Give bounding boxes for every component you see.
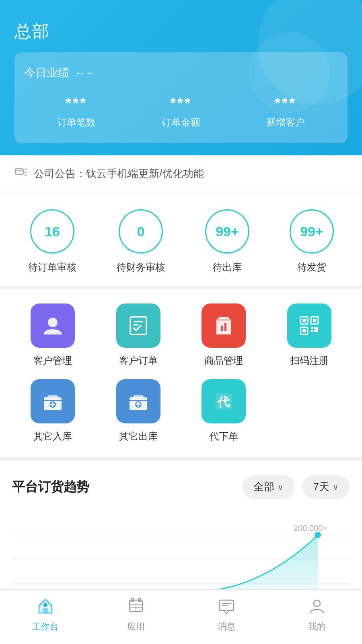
other-out-icon xyxy=(116,379,160,423)
svg-rect-38 xyxy=(43,608,48,613)
performance-label: 今日业绩 ～～ xyxy=(24,65,338,80)
filter-days-button[interactable]: 7天 ∨ xyxy=(302,475,350,499)
announcement-bar[interactable]: 公司公告：钛云手机端更新/优化功能 xyxy=(0,155,362,192)
eye-icon[interactable]: ～～ xyxy=(75,66,96,80)
menu-item-customer-mgmt[interactable]: 客户管理 xyxy=(12,303,94,367)
badge-count-pending-finance: 0 xyxy=(119,209,163,254)
svg-point-48 xyxy=(314,600,320,607)
other-in-icon xyxy=(31,379,75,423)
menu-item-proxy-order[interactable]: 代 代下单 xyxy=(183,379,265,443)
performance-stats: *** 订单笔数 *** 订单金额 *** 新增客户 xyxy=(24,95,338,129)
bottom-nav: 工作台 应用 消息 xyxy=(0,589,362,644)
apps-icon xyxy=(127,597,145,617)
trend-filters: 全部 ∨ 7天 ∨ xyxy=(242,475,350,499)
proxy-order-icon: 代 xyxy=(202,379,246,423)
badge-count-pending-outbound: 99+ xyxy=(205,209,249,254)
mine-icon xyxy=(308,597,326,617)
badge-pending-order[interactable]: 16 待订单审核 xyxy=(28,209,76,274)
stat-order-count: *** 订单笔数 xyxy=(57,95,96,129)
customer-order-icon xyxy=(116,303,160,348)
svg-point-35 xyxy=(315,532,321,538)
workbench-icon xyxy=(37,597,54,617)
stat-new-customer: *** 新增客户 xyxy=(266,95,305,129)
menu-item-product-mgmt[interactable]: 商品管理 xyxy=(183,303,265,367)
performance-card: 今日业绩 ～～ *** 订单笔数 *** 订单金额 *** 新增客户 xyxy=(14,52,348,143)
scan-register-icon xyxy=(287,303,331,348)
svg-rect-14 xyxy=(313,319,316,322)
svg-point-5 xyxy=(48,318,58,327)
badge-pending-finance[interactable]: 0 待财务审核 xyxy=(117,209,165,274)
nav-apps[interactable]: 应用 xyxy=(112,597,160,633)
svg-rect-9 xyxy=(221,326,223,331)
filter-all-button[interactable]: 全部 ∨ xyxy=(242,475,295,499)
badge-count-pending-ship: 99+ xyxy=(290,209,334,254)
svg-line-4 xyxy=(25,175,27,176)
svg-point-37 xyxy=(43,603,47,607)
svg-rect-10 xyxy=(224,323,226,331)
menu-item-other-out[interactable]: 其它出库 xyxy=(98,379,179,443)
header: 总部 今日业绩 ～～ *** 订单笔数 *** 订单金额 *** 新增客户 xyxy=(0,0,362,155)
svg-rect-19 xyxy=(311,330,313,332)
svg-rect-18 xyxy=(314,327,316,329)
nav-workbench[interactable]: 工作台 xyxy=(21,597,70,633)
menu-item-scan-register[interactable]: 扫码注册 xyxy=(269,303,350,367)
menu-item-customer-order[interactable]: 客户订单 xyxy=(98,303,179,367)
messages-icon xyxy=(218,597,235,617)
chevron-down-icon: ∨ xyxy=(278,482,284,492)
svg-text:代: 代 xyxy=(217,395,230,409)
menu-grid: 客户管理 客户订单 xyxy=(12,303,350,443)
stat-order-amount: *** 订单金额 xyxy=(162,95,200,129)
svg-rect-21 xyxy=(316,327,318,332)
badge-pending-ship[interactable]: 99+ 待发货 xyxy=(290,209,334,274)
customer-mgmt-icon xyxy=(31,303,75,348)
nav-messages[interactable]: 消息 xyxy=(202,597,251,633)
menu-item-other-in[interactable]: 其它入库 xyxy=(12,379,94,443)
svg-text:200,000+: 200,000+ xyxy=(294,524,327,533)
chevron-down-icon-2: ∨ xyxy=(333,482,339,492)
svg-line-2 xyxy=(25,169,27,170)
badge-count-pending-order: 16 xyxy=(30,209,74,254)
nav-mine[interactable]: 我的 xyxy=(293,597,341,633)
svg-rect-17 xyxy=(311,327,313,329)
svg-rect-12 xyxy=(302,319,306,322)
announcement-text: 公司公告：钛云手机端更新/优化功能 xyxy=(34,167,204,181)
svg-rect-6 xyxy=(130,317,146,334)
announcement-icon xyxy=(14,166,27,182)
badge-pending-outbound[interactable]: 99+ 待出库 xyxy=(205,209,249,274)
product-mgmt-icon xyxy=(202,303,246,348)
svg-rect-0 xyxy=(15,169,23,174)
trend-title: 平台订货趋势 xyxy=(12,478,89,496)
badge-row: 16 待订单审核 0 待财务审核 99+ 待出库 99+ 待发货 xyxy=(0,193,362,289)
svg-rect-16 xyxy=(302,329,306,332)
menu-section: 客户管理 客户订单 xyxy=(0,289,362,460)
trend-header: 平台订货趋势 全部 ∨ 7天 ∨ xyxy=(12,475,350,499)
